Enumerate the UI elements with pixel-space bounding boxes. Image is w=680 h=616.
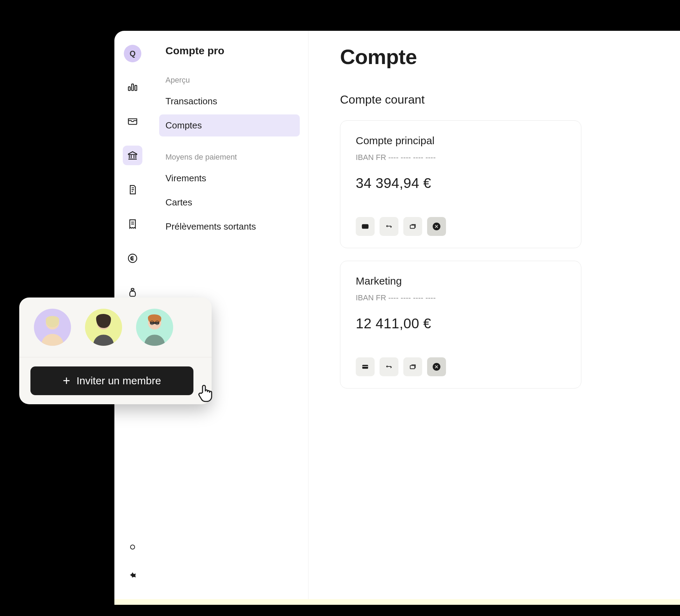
- svg-rect-6: [362, 226, 368, 226]
- account-iban: IBAN FR ---- ---- ---- ----: [356, 153, 566, 162]
- card-icon[interactable]: [356, 357, 375, 376]
- avatar: [85, 309, 122, 346]
- notification-strip: [114, 599, 680, 605]
- member-avatars: [19, 298, 212, 357]
- account-balance: 34 394,94 €: [356, 175, 566, 191]
- sidebar-item-transactions[interactable]: Transactions: [159, 90, 300, 112]
- svg-rect-7: [387, 226, 391, 226]
- avatar: [136, 309, 173, 346]
- cursor-hand-icon: [196, 383, 217, 405]
- sidebar-item-cartes[interactable]: Cartes: [159, 191, 300, 214]
- deposit-icon[interactable]: [403, 357, 422, 376]
- close-account-icon[interactable]: ✕: [427, 357, 446, 376]
- sidebar-section-label: Aperçu: [159, 76, 300, 85]
- svg-rect-12: [410, 365, 415, 369]
- euro-circle-icon[interactable]: [123, 248, 142, 268]
- inbox-icon[interactable]: [123, 111, 142, 131]
- svg-point-3: [128, 254, 137, 262]
- deposit-icon[interactable]: [403, 217, 422, 236]
- receipt-icon[interactable]: [123, 214, 142, 234]
- sidebar-section-label: Moyens de paiement: [159, 153, 300, 162]
- account-name: Compte principal: [356, 135, 566, 147]
- svg-point-4: [130, 545, 135, 549]
- svg-rect-1: [132, 84, 133, 91]
- app-mark-icon[interactable]: [127, 571, 138, 584]
- close-account-icon[interactable]: ✕: [427, 217, 446, 236]
- invite-member-button[interactable]: + Inviter un membre: [30, 366, 193, 395]
- account-card[interactable]: Compte principal IBAN FR ---- ---- ---- …: [340, 120, 581, 248]
- sidebar-item-prelevements[interactable]: Prélèvements sortants: [159, 216, 300, 238]
- page-title: Compte: [340, 45, 659, 69]
- transfer-icon[interactable]: [380, 357, 398, 376]
- rail-bottom: [127, 544, 138, 605]
- account-card[interactable]: Marketing IBAN FR ---- ---- ---- ---- 12…: [340, 261, 581, 388]
- main-panel: Compte Compte courant Compte principal I…: [309, 31, 680, 605]
- invite-button-label: Inviter un membre: [77, 375, 161, 387]
- brand-logo[interactable]: Q: [124, 45, 141, 62]
- account-actions: ✕: [356, 357, 566, 376]
- svg-rect-11: [387, 366, 391, 367]
- sidebar-item-comptes[interactable]: Comptes: [159, 114, 300, 136]
- transfer-icon[interactable]: [380, 217, 398, 236]
- account-name: Marketing: [356, 275, 566, 287]
- card-icon[interactable]: [356, 217, 375, 236]
- analytics-icon[interactable]: [123, 77, 142, 97]
- plus-icon: +: [63, 374, 70, 387]
- account-balance: 12 411,00 €: [356, 316, 566, 331]
- sidebar-title: Compte pro: [159, 45, 300, 57]
- svg-rect-10: [362, 366, 368, 367]
- sidebar-item-virements[interactable]: Virements: [159, 167, 300, 189]
- invite-members-card: + Inviter un membre: [19, 298, 212, 404]
- account-actions: ✕: [356, 217, 566, 236]
- avatar: [34, 309, 71, 346]
- status-dot-icon[interactable]: [129, 544, 136, 552]
- section-subtitle: Compte courant: [340, 93, 659, 106]
- svg-rect-8: [410, 225, 415, 228]
- svg-rect-0: [128, 87, 130, 91]
- account-iban: IBAN FR ---- ---- ---- ----: [356, 293, 566, 302]
- invoice-icon[interactable]: [123, 180, 142, 200]
- svg-rect-2: [135, 85, 137, 91]
- svg-rect-16: [150, 322, 159, 324]
- bank-icon[interactable]: [123, 146, 142, 165]
